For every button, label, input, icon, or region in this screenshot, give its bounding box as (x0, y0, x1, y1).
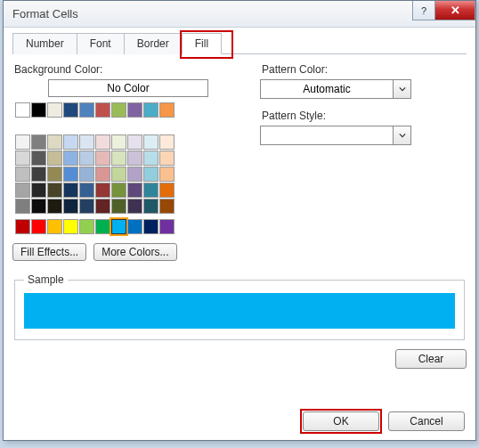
color-swatch[interactable] (95, 151, 110, 166)
tab-fill[interactable]: Fill (183, 33, 222, 54)
color-swatch[interactable] (95, 183, 110, 198)
standard-color-swatch[interactable] (63, 219, 78, 234)
color-swatch[interactable] (159, 167, 175, 182)
standard-color-swatch[interactable] (47, 219, 62, 234)
dialog-body: Number Font Border Fill Background Color… (4, 28, 475, 404)
standard-color-swatch[interactable] (159, 219, 175, 234)
color-swatch[interactable] (111, 102, 126, 118)
help-button[interactable]: ? (412, 1, 435, 20)
color-swatch[interactable] (79, 134, 94, 150)
cancel-button[interactable]: Cancel (388, 411, 465, 431)
color-swatch[interactable] (15, 167, 30, 182)
close-button[interactable]: ✕ (434, 1, 475, 20)
color-swatch[interactable] (159, 199, 175, 214)
tab-strip: Number Font Border Fill (12, 33, 467, 54)
chevron-down-icon (393, 126, 410, 144)
no-color-button[interactable]: No Color (48, 79, 208, 97)
tab-number[interactable]: Number (12, 33, 77, 54)
color-swatch[interactable] (127, 102, 142, 118)
color-swatch[interactable] (143, 167, 158, 182)
color-swatch[interactable] (47, 199, 62, 214)
color-swatch[interactable] (47, 167, 62, 182)
color-swatch[interactable] (31, 134, 46, 150)
color-swatch[interactable] (31, 102, 46, 118)
color-swatch[interactable] (143, 183, 158, 198)
color-swatch[interactable] (47, 183, 62, 198)
standard-color-swatch[interactable] (143, 219, 158, 234)
pattern-section: Pattern Color: Automatic Pattern Style: (260, 61, 467, 261)
standard-color-swatch[interactable] (79, 219, 94, 234)
color-swatch[interactable] (63, 151, 78, 166)
color-swatch[interactable] (47, 102, 62, 118)
pattern-color-dropdown[interactable]: Automatic (260, 79, 411, 99)
standard-color-swatch[interactable] (95, 219, 110, 234)
color-swatch[interactable] (143, 102, 158, 118)
color-swatch[interactable] (79, 167, 94, 182)
color-swatch[interactable] (47, 134, 62, 150)
color-swatch[interactable] (111, 151, 126, 166)
dialog-buttons: OK Cancel (4, 404, 475, 440)
color-swatch[interactable] (79, 151, 94, 166)
color-swatch[interactable] (63, 199, 78, 214)
color-swatch[interactable] (31, 183, 46, 198)
color-swatch[interactable] (15, 134, 30, 150)
color-swatch[interactable] (15, 151, 30, 166)
color-swatch[interactable] (31, 167, 46, 182)
standard-color-swatch[interactable] (15, 219, 30, 234)
color-swatch[interactable] (159, 151, 175, 166)
fill-panel: Background Color: No Color Fill Effects.… (12, 61, 467, 395)
background-color-section: Background Color: No Color Fill Effects.… (12, 61, 244, 261)
more-colors-button[interactable]: More Colors... (93, 243, 176, 261)
ok-button[interactable]: OK (303, 411, 379, 431)
color-swatch[interactable] (127, 199, 142, 214)
color-swatch[interactable] (143, 134, 158, 150)
standard-color-swatch[interactable] (31, 219, 46, 234)
format-cells-dialog: Format Cells ? ✕ Number Font Border Fill… (3, 0, 476, 441)
color-swatch[interactable] (95, 199, 110, 214)
tab-border[interactable]: Border (125, 33, 183, 54)
color-swatch[interactable] (15, 102, 30, 118)
tab-font[interactable]: Font (77, 33, 125, 54)
titlebar: Format Cells ? ✕ (4, 1, 475, 28)
color-swatch[interactable] (95, 167, 110, 182)
color-swatch[interactable] (127, 183, 142, 198)
color-swatch[interactable] (111, 167, 126, 182)
color-swatch[interactable] (63, 102, 78, 118)
color-swatch[interactable] (111, 199, 126, 214)
color-swatch[interactable] (79, 102, 94, 118)
color-swatch[interactable] (63, 167, 78, 182)
color-swatch[interactable] (143, 151, 158, 166)
color-swatch[interactable] (31, 199, 46, 214)
pattern-style-dropdown[interactable] (260, 126, 411, 145)
color-swatch[interactable] (79, 183, 94, 198)
color-swatch[interactable] (95, 102, 110, 118)
color-swatch[interactable] (79, 199, 94, 214)
window-title: Format Cells (12, 7, 78, 20)
color-swatch[interactable] (127, 134, 142, 150)
color-swatch[interactable] (63, 183, 78, 198)
color-swatch[interactable] (111, 183, 126, 198)
sample-preview (24, 293, 455, 329)
color-swatch[interactable] (31, 151, 46, 166)
fill-effects-button[interactable]: Fill Effects... (12, 243, 86, 261)
color-swatch[interactable] (143, 199, 158, 214)
standard-color-swatch[interactable] (111, 219, 126, 234)
color-swatch[interactable] (159, 183, 175, 198)
no-color-label: No Color (107, 82, 149, 94)
color-swatch[interactable] (111, 134, 126, 150)
color-swatch[interactable] (47, 151, 62, 166)
chevron-down-icon (393, 80, 410, 98)
color-swatch[interactable] (127, 167, 142, 182)
color-swatch[interactable] (63, 134, 78, 150)
label-pattern-style: Pattern Style: (262, 110, 467, 122)
color-swatch[interactable] (159, 102, 175, 118)
label-pattern-color: Pattern Color: (262, 63, 467, 76)
color-swatch[interactable] (15, 199, 30, 214)
theme-color-grid (15, 102, 175, 214)
color-swatch[interactable] (127, 151, 142, 166)
standard-color-swatch[interactable] (127, 219, 142, 234)
clear-button[interactable]: Clear (395, 349, 467, 369)
color-swatch[interactable] (15, 183, 30, 198)
color-swatch[interactable] (95, 134, 110, 150)
color-swatch[interactable] (159, 134, 175, 150)
